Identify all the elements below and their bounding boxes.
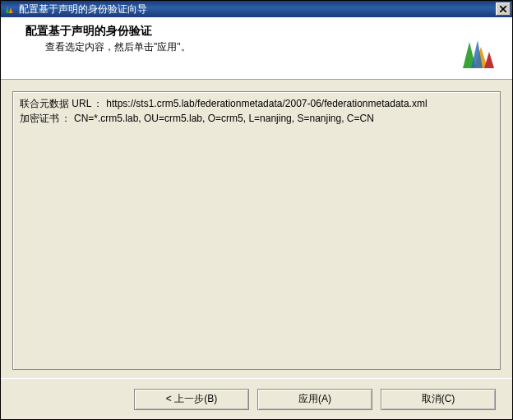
cert-row: 加密证书 ： CN=*.crm5.lab, OU=crm5.lab, O=crm… bbox=[20, 112, 493, 125]
apply-button[interactable]: 应用(A) bbox=[257, 389, 372, 410]
app-icon bbox=[4, 3, 16, 15]
close-button[interactable] bbox=[496, 2, 511, 16]
cert-value: CN=*.crm5.lab, OU=crm5.lab, O=crm5, L=na… bbox=[72, 112, 374, 125]
titlebar: 配置基于声明的身份验证向导 bbox=[1, 1, 512, 17]
dynamics-logo-icon bbox=[460, 35, 497, 74]
wizard-footer: < 上一步(B) 应用(A) 取消(C) bbox=[1, 378, 512, 419]
cert-label: 加密证书 bbox=[20, 112, 59, 125]
page-title: 配置基于声明的身份验证 bbox=[25, 24, 499, 39]
summary-box: 联合元数据 URL ： https://sts1.crm5.lab/federa… bbox=[12, 91, 501, 370]
wizard-window: 配置基于声明的身份验证向导 配置基于声明的身份验证 查看选定内容，然后单击"应用… bbox=[0, 0, 513, 420]
metadata-url-value: https://sts1.crm5.lab/federationmetadata… bbox=[104, 97, 427, 110]
wizard-content: 联合元数据 URL ： https://sts1.crm5.lab/federa… bbox=[1, 80, 512, 378]
page-subtitle: 查看选定内容，然后单击"应用"。 bbox=[45, 40, 499, 54]
cancel-button[interactable]: 取消(C) bbox=[381, 389, 496, 410]
wizard-header: 配置基于声明的身份验证 查看选定内容，然后单击"应用"。 bbox=[1, 17, 512, 80]
window-title: 配置基于声明的身份验证向导 bbox=[16, 1, 496, 17]
metadata-url-label: 联合元数据 URL bbox=[20, 97, 91, 110]
back-button[interactable]: < 上一步(B) bbox=[134, 389, 249, 410]
metadata-url-row: 联合元数据 URL ： https://sts1.crm5.lab/federa… bbox=[20, 97, 493, 110]
